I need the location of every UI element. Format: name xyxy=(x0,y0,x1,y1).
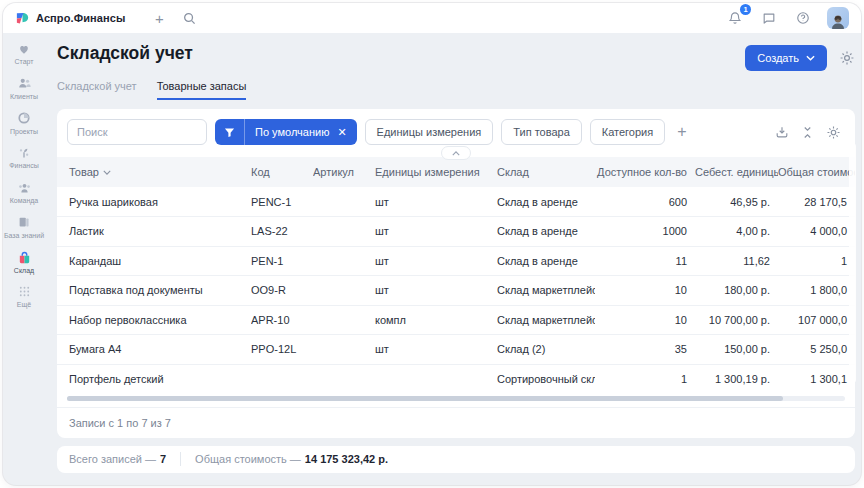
table-row[interactable]: Набор первоклассника APR-10 компл Склад … xyxy=(57,305,855,335)
table-row[interactable]: Бумага А4 PPO-12L шт Склад (2) 35 150,00… xyxy=(57,335,855,365)
cell-qty: 1000 xyxy=(595,217,695,247)
sidebar-item-clients[interactable]: Клиенты xyxy=(3,76,45,102)
notification-badge: 1 xyxy=(740,4,751,15)
table-row[interactable]: Ручка шариковая PENC-1 шт Склад в аренде… xyxy=(57,187,855,217)
cell-warehouse: Склад в аренде xyxy=(497,217,595,247)
table-row[interactable]: Ластик LAS-22 шт Склад в аренде 1000 4,0… xyxy=(57,217,855,247)
cell-article xyxy=(313,305,375,335)
cell-article xyxy=(313,246,375,276)
column-header-code[interactable]: Код xyxy=(251,157,313,187)
column-header-warehouse[interactable]: Склад xyxy=(497,157,595,187)
sidebar-item-finance[interactable]: Финансы xyxy=(3,145,45,171)
cell-product: Ластик xyxy=(57,217,251,247)
cell-code: OO9-R xyxy=(251,276,313,306)
create-button[interactable]: Создать xyxy=(745,45,827,71)
cell-warehouse: Склад маркетплейса xyxy=(497,276,595,306)
column-header-unit[interactable]: Единицы измерения xyxy=(375,157,497,187)
cell-unit-cost: 11,62 xyxy=(695,246,778,276)
collapse-filters-button[interactable] xyxy=(441,146,471,160)
column-header-total-cost[interactable]: Общая стоимость xyxy=(778,157,855,187)
team-icon xyxy=(17,180,32,195)
tab-warehouse-accounting[interactable]: Складской учет xyxy=(57,80,137,100)
total-records-label: Всего записей — xyxy=(69,453,156,465)
vertical-scrollbar[interactable] xyxy=(849,143,856,383)
filter-chip-product-type[interactable]: Тип товара xyxy=(501,119,582,145)
sidebar-item-label: Проекты xyxy=(10,128,38,137)
projects-icon xyxy=(17,111,31,126)
bell-icon xyxy=(728,11,742,25)
sidebar-item-start[interactable]: Старт xyxy=(3,41,45,67)
filter-chip-units[interactable]: Единицы измерения xyxy=(365,119,494,145)
default-filter-label: По умолчанию xyxy=(245,126,335,138)
table-header-row: Товар Код Артикул Единицы измерения Скла… xyxy=(57,157,855,187)
page-settings-button[interactable] xyxy=(839,50,855,66)
collapse-rows-button[interactable] xyxy=(802,126,813,139)
cell-total: 1 xyxy=(778,246,855,276)
cell-warehouse: Склад (2) xyxy=(497,335,595,365)
remove-filter-icon[interactable]: ✕ xyxy=(335,126,356,139)
search-input[interactable] xyxy=(67,119,207,145)
horizontal-scrollbar-thumb[interactable] xyxy=(67,396,783,401)
records-info: Записи с 1 по 7 из 7 xyxy=(57,407,855,438)
gear-icon xyxy=(839,50,855,66)
app-window: Аспро.Финансы + 1 xyxy=(3,3,861,485)
column-header-qty[interactable]: Доступное кол-во xyxy=(595,157,695,187)
cell-code: APR-10 xyxy=(251,305,313,335)
app-brand[interactable]: Аспро.Финансы xyxy=(15,11,125,26)
cell-product: Ручка шариковая xyxy=(57,187,251,217)
cell-article xyxy=(313,364,375,394)
column-header-article[interactable]: Артикул xyxy=(313,157,375,187)
cell-warehouse: Склад в аренде xyxy=(497,246,595,276)
app-logo-icon xyxy=(15,11,30,26)
sidebar: Старт Клиенты Проекты Финансы Команда Ба… xyxy=(3,33,45,485)
add-filter-button[interactable]: + xyxy=(677,123,686,141)
topbar-right: 1 xyxy=(725,7,849,29)
cell-code xyxy=(251,364,313,394)
stock-card: По умолчанию ✕ Единицы измерения Тип тов… xyxy=(57,109,855,438)
cell-qty: 10 xyxy=(595,305,695,335)
sidebar-item-knowledge-base[interactable]: База знаний xyxy=(3,215,45,241)
cell-product: Подставка под документы xyxy=(57,276,251,306)
table-row[interactable]: Подставка под документы OO9-R шт Склад м… xyxy=(57,276,855,306)
cell-unit-cost: 4,00 р. xyxy=(695,217,778,247)
global-search-button[interactable] xyxy=(179,8,199,28)
app-name: Аспро.Финансы xyxy=(36,12,125,24)
horizontal-scrollbar[interactable] xyxy=(67,396,845,401)
funnel-icon[interactable] xyxy=(215,119,245,145)
cell-article xyxy=(313,217,375,247)
cell-unit-cost: 1 300,19 р. xyxy=(695,364,778,394)
cell-unit-cost: 180,00 р. xyxy=(695,276,778,306)
table-row[interactable]: Карандаш PEN-1 шт Склад в аренде 11 11,6… xyxy=(57,246,855,276)
add-tab-button[interactable]: + xyxy=(149,8,169,28)
cell-total: 5 250,0 xyxy=(778,335,855,365)
messages-button[interactable] xyxy=(759,8,779,28)
table-row[interactable]: Портфель детский Сортировочный скла 1 1 … xyxy=(57,364,855,394)
column-header-product[interactable]: Товар xyxy=(57,157,251,187)
user-avatar[interactable] xyxy=(827,7,849,29)
column-header-unit-cost[interactable]: Себест. единицы xyxy=(695,157,778,187)
sidebar-item-warehouse[interactable]: Склад xyxy=(3,250,45,276)
total-cost-value: 14 175 323,42 р. xyxy=(305,453,388,465)
cell-unit-cost: 10 700,00 р. xyxy=(695,305,778,335)
filter-bar: По умолчанию ✕ Единицы измерения Тип тов… xyxy=(57,109,855,145)
table-settings-button[interactable] xyxy=(826,125,841,140)
tab-stock[interactable]: Товарные запасы xyxy=(157,80,247,100)
help-button[interactable] xyxy=(793,8,813,28)
filter-chip-category[interactable]: Категория xyxy=(590,119,665,145)
notifications-button[interactable]: 1 xyxy=(725,8,745,28)
sidebar-item-more[interactable]: Ещё xyxy=(3,284,45,310)
cell-unit xyxy=(375,364,497,394)
export-button[interactable] xyxy=(775,125,789,139)
cell-qty: 11 xyxy=(595,246,695,276)
sidebar-item-team[interactable]: Команда xyxy=(3,180,45,206)
cell-code: PENC-1 xyxy=(251,187,313,217)
chevron-down-icon xyxy=(806,55,815,61)
summary-bar: Всего записей — 7 Общая стоимость — 14 1… xyxy=(57,446,855,473)
default-filter-chip[interactable]: По умолчанию ✕ xyxy=(215,119,357,145)
cell-product: Портфель детский xyxy=(57,364,251,394)
cell-article xyxy=(313,187,375,217)
sort-chevron-icon[interactable] xyxy=(103,170,111,175)
sidebar-item-label: Клиенты xyxy=(10,93,38,102)
cell-unit: шт xyxy=(375,217,497,247)
sidebar-item-projects[interactable]: Проекты xyxy=(3,111,45,137)
